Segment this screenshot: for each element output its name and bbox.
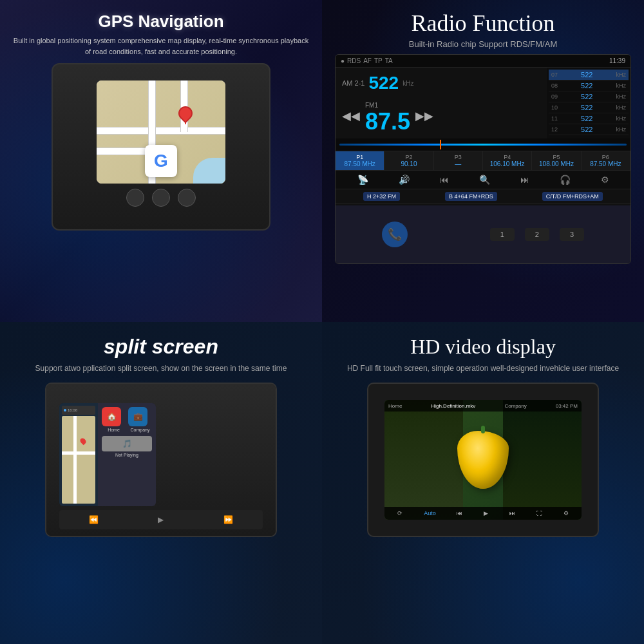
preset-11-unit: kHz bbox=[616, 115, 627, 122]
hd-play-btn[interactable]: ▶ bbox=[484, 510, 488, 516]
equalizer-icon[interactable]: ⚙ bbox=[601, 175, 609, 185]
split-car-screen: 16:08 🏠 Home bbox=[45, 383, 277, 537]
preset-07-num: 07 bbox=[551, 71, 558, 78]
radio-fm-row: ◀◀ FM1 87.5 ▶▶ bbox=[342, 99, 540, 133]
pepper-stem bbox=[481, 426, 485, 433]
hd-aspect-btn[interactable]: ⛶ bbox=[536, 510, 542, 516]
preset-08-num: 08 bbox=[551, 82, 558, 89]
hd-prev-btn[interactable]: ⏮ bbox=[457, 510, 462, 516]
music-app-icon: 🎵 bbox=[102, 436, 152, 451]
split-status-dot bbox=[64, 409, 66, 412]
gps-map-bg: G bbox=[97, 80, 225, 184]
split-play-btn[interactable]: ▶ bbox=[158, 515, 164, 524]
gps-panel: GPS Navigation Built in global positioni… bbox=[0, 0, 322, 322]
preset-p3-btn[interactable]: P3— bbox=[434, 151, 483, 170]
prev-btn[interactable]: ◀◀ bbox=[342, 109, 360, 123]
hd-settings-btn[interactable]: ⚙ bbox=[564, 510, 569, 516]
gps-car-screen: G bbox=[52, 63, 270, 231]
hd-subtitle: HD Full fit touch screen, simple operati… bbox=[347, 363, 619, 375]
preset-11-num: 11 bbox=[551, 115, 558, 122]
split-panel: split screen Support atwo pplication spl… bbox=[0, 322, 322, 644]
volume-icon[interactable]: 🔊 bbox=[399, 175, 410, 185]
gps-ctrl-btn-3[interactable] bbox=[178, 189, 196, 207]
hd-time: 03:42 PM bbox=[556, 403, 578, 409]
hd-video-content: Home High.Definition.mkv Company 03:42 P… bbox=[384, 400, 582, 520]
split-apps-side: 🏠 Home 💼 Company 🎵 Not Playing bbox=[98, 403, 156, 506]
phone-num-3[interactable]: 3 bbox=[560, 228, 584, 241]
headphone-icon[interactable]: 🎧 bbox=[560, 175, 571, 185]
split-company-app[interactable]: 💼 Company bbox=[128, 407, 152, 432]
tp-label: TP bbox=[374, 57, 383, 64]
split-left-side: 16:08 bbox=[59, 403, 98, 506]
fm-freq-number: 87.5 bbox=[365, 110, 410, 133]
hd-rew-btn[interactable]: ⟳ bbox=[397, 510, 402, 516]
pepper-shape bbox=[457, 431, 509, 489]
split-map-road-v bbox=[73, 416, 77, 504]
map-pin-head bbox=[175, 103, 195, 123]
preset-09-freq: 522 bbox=[581, 93, 592, 100]
hd-car-screen: Home High.Definition.mkv Company 03:42 P… bbox=[367, 383, 599, 537]
map-pin bbox=[178, 106, 193, 126]
hd-company-label: Company bbox=[504, 403, 526, 409]
gps-bottom-controls bbox=[126, 189, 196, 207]
preset-09[interactable]: 09 522 kHz bbox=[549, 91, 629, 102]
radio-time: 11:39 bbox=[609, 57, 625, 64]
preset-10[interactable]: 10 522 kHz bbox=[549, 102, 629, 113]
preset-p4-btn[interactable]: P4106.10 MHz bbox=[483, 151, 532, 170]
phone-num-2[interactable]: 2 bbox=[525, 228, 549, 241]
preset-p1-freq: 87.50 MHz bbox=[337, 160, 383, 167]
preset-p1-btn[interactable]: P187.50 MHz bbox=[336, 151, 384, 170]
split-subtitle: Support atwo pplication split screen, sh… bbox=[35, 363, 287, 375]
map-road-h1 bbox=[97, 127, 225, 135]
next-track-icon[interactable]: ⏭ bbox=[520, 175, 529, 185]
gps-subtitle: Built in global positioning system compr… bbox=[13, 35, 309, 57]
preset-p3-freq: — bbox=[435, 160, 481, 167]
preset-12-freq: 522 bbox=[581, 126, 592, 133]
hd-auto-btn[interactable]: Auto bbox=[424, 510, 436, 516]
split-bottom-bar: ⏪ ▶ ⏩ bbox=[59, 510, 263, 529]
split-fwd-btn[interactable]: ⏩ bbox=[223, 515, 233, 524]
preset-08[interactable]: 08 522 kHz bbox=[549, 80, 629, 91]
preset-10-freq: 522 bbox=[581, 104, 592, 111]
cast-icon[interactable]: 📡 bbox=[357, 175, 368, 185]
hd-panel: HD video display HD Full fit touch scree… bbox=[322, 322, 644, 644]
gps-ctrl-btn-1[interactable] bbox=[126, 189, 144, 207]
hd-next-btn[interactable]: ⏭ bbox=[509, 510, 515, 516]
split-rew-btn[interactable]: ⏪ bbox=[89, 515, 99, 524]
preset-11-freq: 522 bbox=[581, 115, 592, 122]
radio-version-info: H 2+32 FM B 4+64 FM+RDS C/T/D FM+RDS+AM bbox=[336, 189, 630, 204]
preset-p5-btn[interactable]: P5108.00 MHz bbox=[532, 151, 581, 170]
company-app-icon: 💼 bbox=[128, 407, 147, 426]
main-grid: GPS Navigation Built in global positioni… bbox=[0, 0, 644, 644]
preset-11[interactable]: 11 522 kHz bbox=[549, 113, 629, 124]
phone-num-row: 1 2 3 bbox=[490, 228, 584, 241]
tuner-needle bbox=[440, 140, 441, 149]
pepper-container bbox=[457, 431, 509, 489]
phone-num-1[interactable]: 1 bbox=[490, 228, 515, 241]
split-music-app[interactable]: 🎵 Not Playing bbox=[102, 436, 152, 457]
zoom-out-icon[interactable]: 🔍 bbox=[479, 175, 490, 185]
version-c: C/T/D FM+RDS+AM bbox=[542, 192, 603, 201]
preset-10-num: 10 bbox=[551, 104, 558, 111]
split-map-road-h bbox=[62, 451, 95, 455]
tuner-bar[interactable] bbox=[336, 138, 630, 151]
preset-p2-btn[interactable]: P290.10 bbox=[384, 151, 433, 170]
split-home-app[interactable]: 🏠 Home bbox=[102, 407, 126, 432]
prev-track-icon[interactable]: ⏮ bbox=[440, 175, 449, 185]
preset-07[interactable]: 07 522 kHz bbox=[549, 70, 629, 80]
hd-filename: High.Definition.mkv bbox=[431, 403, 475, 409]
phone-icon: 📞 bbox=[388, 227, 402, 242]
music-app-label: Not Playing bbox=[102, 453, 152, 457]
preset-p5-freq: 108.00 MHz bbox=[533, 160, 579, 167]
version-b: B 4+64 FM+RDS bbox=[445, 192, 497, 201]
home-app-label: Home bbox=[102, 428, 126, 432]
preset-12[interactable]: 12 522 kHz bbox=[549, 124, 629, 135]
radio-main-freq: 522 bbox=[368, 73, 399, 93]
gps-ctrl-btn-2[interactable] bbox=[152, 189, 170, 207]
radio-status-icons: ● RDS AF TP TA bbox=[341, 57, 393, 64]
preset-p4-freq: 106.10 MHz bbox=[484, 160, 530, 167]
next-btn[interactable]: ▶▶ bbox=[415, 109, 433, 123]
hd-title: HD video display bbox=[410, 335, 556, 359]
preset-p6-btn[interactable]: P687.50 MHz bbox=[582, 151, 630, 170]
radio-freq-unit: kHz bbox=[402, 80, 413, 87]
